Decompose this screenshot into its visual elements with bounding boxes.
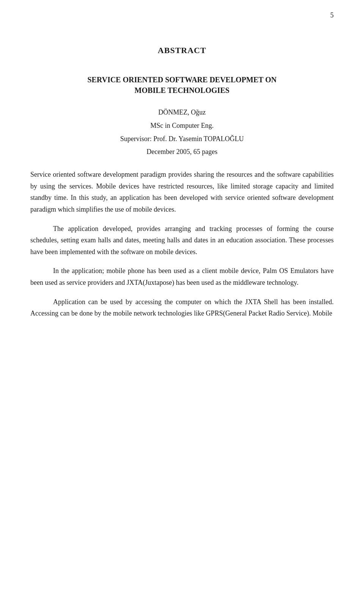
- author-degree: MSc in Computer Eng.: [30, 120, 334, 131]
- thesis-title: SERVICE ORIENTED SOFTWARE DEVELOPMET ON …: [30, 74, 334, 96]
- paragraph3: In the application; mobile phone has bee…: [30, 265, 334, 288]
- paragraph2: The application developed, provides arra…: [30, 223, 334, 258]
- paragraph1: Service oriented software development pa…: [30, 169, 334, 215]
- paragraph4: Application can be used by accessing the…: [30, 296, 334, 319]
- date-pages: December 2005, 65 pages: [30, 146, 334, 157]
- abstract-heading: ABSTRACT: [30, 46, 334, 55]
- supervisor-info: Supervisor: Prof. Dr. Yasemin TOPALOĞLU: [30, 133, 334, 144]
- page: 5 ABSTRACT SERVICE ORIENTED SOFTWARE DEV…: [0, 0, 364, 614]
- page-number: 5: [330, 11, 334, 19]
- author-name: DÖNMEZ, Oğuz: [30, 107, 334, 118]
